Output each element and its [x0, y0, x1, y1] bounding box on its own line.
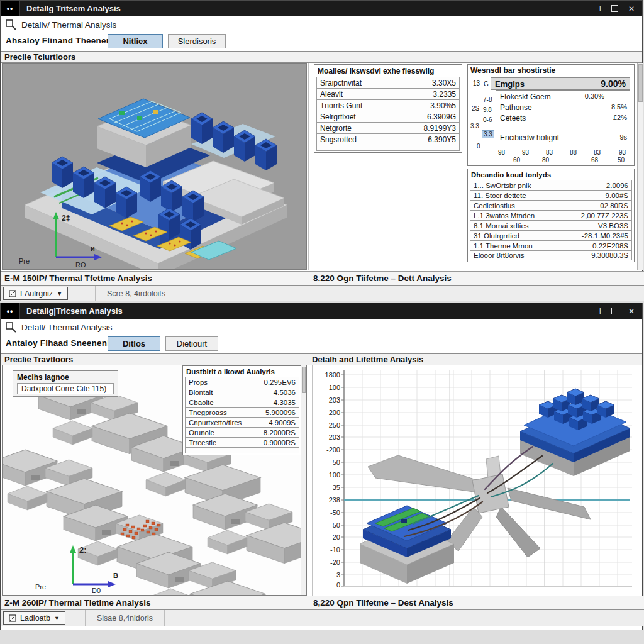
- title-bar[interactable]: •• Detallg Tritsem Analysis ǀ ✕: [1, 1, 642, 16]
- model-caption: Z-M 260IP/ Thermal Tietime Analysis: [4, 598, 151, 608]
- x-tick: 93: [522, 149, 529, 156]
- secondary-action-button[interactable]: Slerdisoris: [168, 34, 226, 48]
- table-title: Dheandio koud tonlyds: [470, 170, 632, 180]
- status-info: Scre 8, 4irdoloits: [95, 286, 177, 301]
- model-viewport-3d[interactable]: 2‡ ᴎ Pre RO: [2, 63, 307, 270]
- svg-text:B: B: [113, 572, 118, 579]
- divider: [608, 91, 608, 145]
- table-row: Cedietlostius02.80RS: [470, 200, 632, 210]
- footer-label-bar: Z-M 260IP/ Thermal Tietime Analysis 8,22…: [1, 596, 644, 609]
- machine-select[interactable]: Dadxpool Corre Cite 115): [17, 383, 114, 394]
- svg-text:3: 3: [336, 571, 340, 579]
- svg-text:100: 100: [329, 471, 340, 479]
- table-row-empty: [185, 447, 299, 453]
- table-row: Tnegproass5.900096: [185, 407, 299, 417]
- layout-dropdown[interactable]: LAulrgniz ▼: [3, 287, 68, 300]
- bar-summary-chart: Wesnsdl bar shostirstie 13 2S 3.3 0 7-8 …: [467, 64, 635, 166]
- table-row: Elooor 8rt8orvis9.30080.3S: [470, 250, 632, 260]
- svg-text:-50: -50: [330, 521, 340, 529]
- document-title: Detall/ Thermal Analysis: [21, 323, 113, 332]
- x-tick: 83: [546, 149, 553, 156]
- svg-text:-50: -50: [330, 509, 340, 516]
- x-tick: 98: [498, 149, 505, 156]
- chevron-down-icon: ▼: [57, 291, 62, 297]
- svg-text:20: 20: [333, 533, 340, 541]
- y-tick-inner: 7-8: [483, 96, 492, 103]
- table-title: Dustbirlt a ikowd Aualyris: [185, 367, 299, 377]
- table-row: Cnpurtxetto/tires4.9009S: [185, 417, 299, 427]
- x-tick: 88: [570, 149, 577, 156]
- primary-action-button[interactable]: Nitliex: [108, 34, 163, 48]
- svg-text:Pre: Pre: [35, 583, 46, 591]
- layout-dropdown[interactable]: Ladloatb ▼: [3, 611, 65, 625]
- section-title-right: Detalh and Lifettme Analysis: [306, 355, 423, 364]
- window-title: Detallg|Tricsem Analysis: [26, 306, 123, 316]
- x-tick: 60: [513, 157, 520, 164]
- svg-text:Pre: Pre: [19, 257, 30, 265]
- window-thermal-analysis-top: •• Detallg Tritsem Analysis ǀ ✕ Detallv/…: [0, 0, 643, 301]
- section-bar: Preclie Travtloors Detalh and Lifettme A…: [1, 353, 642, 365]
- table-row: Tnorrts Gunt3.90%5: [316, 99, 460, 111]
- search-icon: [6, 322, 16, 333]
- lifetime-chart-panel[interactable]: 1800 100 203 200 250 203 -200 50 100 35 …: [312, 365, 638, 596]
- svg-text:100: 100: [329, 384, 340, 391]
- search-icon: [6, 19, 16, 30]
- lifetime-chart: 1800 100 203 200 250 203 -200 50 100 35 …: [313, 365, 638, 594]
- svg-text:203: 203: [329, 396, 340, 404]
- table-row: Orunole8.2000RS: [185, 427, 299, 437]
- selected-value-chip: 3.3: [482, 130, 494, 138]
- secondary-action-button[interactable]: Dietiourt: [165, 336, 218, 351]
- y-tick: 13: [473, 80, 480, 87]
- chart-header-row: G Emgips 9.00%: [491, 77, 630, 90]
- close-button[interactable]: ✕: [628, 307, 635, 316]
- model-caption: E-M 150IP/ Thermal Tfettme Analysis: [4, 274, 152, 283]
- x-tick: 50: [618, 157, 625, 164]
- machine-group-box: Mecihs lagnoe Dadxpool Corre Cite 115): [13, 370, 118, 397]
- svg-text:0: 0: [336, 581, 340, 589]
- svg-text:200: 200: [329, 409, 340, 416]
- toolbar: Ahsaloy Flinand Theenenl Nitliex Slerdis…: [1, 33, 642, 51]
- svg-text:2‡: 2‡: [62, 214, 70, 223]
- table-row: Biontait4.5036: [185, 387, 299, 397]
- table-row: Sraipctnvitat3.30X5: [316, 77, 460, 88]
- document-header: Detallv/ Thermal Analysis: [1, 16, 642, 33]
- vertical-scrollbar[interactable]: [637, 63, 643, 270]
- close-button[interactable]: ✕: [628, 4, 635, 13]
- y-tick-inner: 0-6: [483, 116, 492, 123]
- x-tick: 83: [594, 149, 601, 156]
- footer-label-bar: E-M 150IP/ Thermal Tfettme Analysis 8.22…: [1, 271, 644, 285]
- minimize-button[interactable]: ǀ: [599, 4, 601, 13]
- analysis-caption: 8,220 Qpn Tiifetme – Dest Analysis: [313, 598, 453, 608]
- status-info: Sisae 8,4nidoris: [85, 610, 165, 626]
- exploded-view-viewport[interactable]: 2: B Pre D0 Mecihs lagnoe Dadxpool Corre…: [2, 365, 307, 596]
- table-row: 8.1 Mornai xdtiesV3.BO3S: [470, 220, 632, 230]
- svg-text:-20: -20: [330, 558, 340, 566]
- analysis-caption: 8.220 Ogn Tiifetme – Dett Analysis: [313, 274, 452, 283]
- section-title: Preclie Tclurtloors: [1, 52, 75, 62]
- svg-text:-10: -10: [330, 546, 340, 553]
- maximize-button[interactable]: [611, 308, 618, 314]
- minimize-button[interactable]: ǀ: [599, 307, 601, 316]
- distribution-table: Dustbirlt a ikowd Aualyris Props0.295EV6…: [182, 365, 302, 455]
- table-row: Cbaoite4.3035: [185, 397, 299, 407]
- chart-title: Wesnsdl bar shostirstie: [468, 65, 634, 76]
- svg-text:50: 50: [333, 458, 340, 466]
- title-bar[interactable]: •• Detallg|Tricsem Analysis ǀ ✕: [1, 303, 642, 319]
- desktop: •• Detallg Tritsem Analysis ǀ ✕ Detallv/…: [0, 0, 644, 644]
- maximize-button[interactable]: [611, 5, 618, 12]
- x-tick: 80: [542, 157, 549, 164]
- svg-text:203: 203: [329, 433, 340, 441]
- y-tick: 2S: [472, 105, 479, 112]
- primary-action-button[interactable]: Ditlos: [108, 336, 160, 351]
- toolbar-label: Ahsaloy Flinand Theenenl: [6, 36, 114, 45]
- svg-text:RO: RO: [75, 261, 86, 269]
- chevron-down-icon: ▼: [54, 615, 60, 621]
- svg-text:1800: 1800: [325, 371, 340, 379]
- svg-text:ᴎ: ᴎ: [91, 245, 95, 252]
- x-axis: [492, 147, 630, 147]
- layout-icon: [9, 290, 16, 297]
- table-title: Moalies/ ikswsdvl exhe flesswlig: [316, 66, 460, 77]
- vertical-scrollbar[interactable]: [301, 365, 306, 595]
- svg-text:-238: -238: [326, 496, 340, 504]
- y-tick: 3.3: [470, 123, 479, 130]
